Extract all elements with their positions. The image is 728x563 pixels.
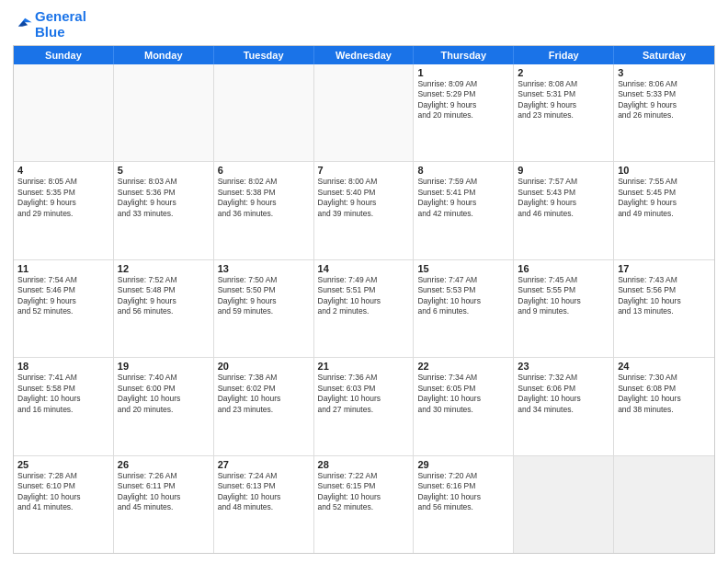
cell-line: Daylight: 9 hours — [518, 198, 609, 208]
header-day-sunday: Sunday — [14, 46, 114, 64]
calendar-cell-r3-c2: 20Sunrise: 7:38 AMSunset: 6:02 PMDayligh… — [214, 358, 314, 454]
cell-line: Sunrise: 7:40 AM — [118, 373, 210, 383]
cell-line: and 45 minutes. — [118, 502, 210, 512]
day-number: 2 — [518, 67, 609, 78]
cell-line: Daylight: 10 hours — [318, 296, 410, 306]
cell-line: and 34 minutes. — [518, 405, 609, 415]
cell-line: and 41 minutes. — [17, 502, 109, 512]
cell-line: and 23 minutes. — [518, 110, 609, 121]
cell-line: Sunrise: 7:57 AM — [518, 177, 609, 187]
cell-line: Daylight: 10 hours — [118, 492, 210, 502]
cell-line: Sunset: 6:16 PM — [417, 481, 509, 491]
cell-line: Daylight: 10 hours — [518, 394, 609, 404]
logo: General Blue — [13, 9, 86, 40]
cell-line: Daylight: 10 hours — [318, 492, 410, 502]
calendar-cell-r4-c0: 25Sunrise: 7:28 AMSunset: 6:10 PMDayligh… — [14, 456, 114, 553]
cell-line: Daylight: 9 hours — [118, 296, 210, 306]
header-day-friday: Friday — [514, 46, 614, 64]
cell-line: Sunrise: 8:09 AM — [417, 79, 509, 89]
cell-line: Sunrise: 7:45 AM — [518, 275, 609, 285]
cell-line: Sunset: 5:56 PM — [618, 285, 711, 295]
cell-line: and 48 minutes. — [218, 502, 310, 512]
cell-line: Sunset: 6:02 PM — [218, 384, 310, 394]
day-number: 23 — [518, 361, 609, 372]
day-number: 4 — [17, 165, 109, 176]
cell-line: Sunrise: 8:08 AM — [518, 79, 609, 89]
calendar-cell-r3-c3: 21Sunrise: 7:36 AMSunset: 6:03 PMDayligh… — [314, 358, 415, 454]
cell-line: Sunset: 6:15 PM — [318, 481, 410, 491]
cell-line: and 59 minutes. — [218, 306, 310, 316]
cell-line: and 27 minutes. — [318, 405, 410, 415]
day-number: 26 — [118, 459, 210, 470]
cell-line: and 36 minutes. — [218, 209, 310, 219]
cell-line: Sunset: 5:55 PM — [518, 285, 609, 295]
calendar-row-3: 18Sunrise: 7:41 AMSunset: 5:58 PMDayligh… — [14, 358, 714, 455]
cell-line: Sunrise: 7:30 AM — [618, 373, 711, 383]
cell-line: and 38 minutes. — [618, 405, 711, 415]
cell-line: Daylight: 10 hours — [218, 394, 310, 404]
cell-line: Daylight: 10 hours — [618, 296, 711, 306]
cell-line: Sunrise: 8:02 AM — [218, 177, 310, 187]
calendar-cell-r0-c0 — [14, 64, 114, 161]
calendar-cell-r2-c1: 12Sunrise: 7:52 AMSunset: 5:48 PMDayligh… — [114, 260, 214, 357]
cell-line: Daylight: 10 hours — [218, 492, 310, 502]
cell-line: Daylight: 10 hours — [417, 394, 509, 404]
cell-line: Daylight: 9 hours — [518, 100, 609, 110]
cell-line: Sunset: 5:53 PM — [417, 285, 509, 295]
calendar-header: SundayMondayTuesdayWednesdayThursdayFrid… — [14, 46, 714, 64]
cell-line: Sunset: 6:00 PM — [118, 384, 210, 394]
cell-line: Sunset: 5:45 PM — [618, 188, 711, 198]
cell-line: and 16 minutes. — [17, 405, 109, 415]
calendar-cell-r4-c3: 28Sunrise: 7:22 AMSunset: 6:15 PMDayligh… — [314, 456, 415, 553]
cell-line: Sunrise: 7:59 AM — [417, 177, 509, 187]
cell-line: Sunset: 5:43 PM — [518, 188, 609, 198]
day-number: 8 — [417, 165, 509, 176]
cell-line: Daylight: 10 hours — [417, 296, 509, 306]
header-day-thursday: Thursday — [414, 46, 514, 64]
calendar-cell-r0-c5: 2Sunrise: 8:08 AMSunset: 5:31 PMDaylight… — [514, 64, 614, 161]
day-number: 18 — [17, 361, 109, 372]
page: General Blue SundayMondayTuesdayWednesda… — [0, 0, 728, 563]
day-number: 17 — [618, 263, 711, 274]
cell-line: Sunrise: 7:55 AM — [618, 177, 711, 187]
calendar-cell-r4-c4: 29Sunrise: 7:20 AMSunset: 6:16 PMDayligh… — [414, 456, 514, 553]
cell-line: Sunrise: 7:32 AM — [518, 373, 609, 383]
day-number: 3 — [618, 67, 711, 78]
day-number: 1 — [417, 67, 509, 78]
cell-line: Sunset: 6:03 PM — [318, 384, 410, 394]
cell-line: Daylight: 10 hours — [518, 296, 609, 306]
cell-line: and 56 minutes. — [417, 502, 509, 512]
cell-line: Sunset: 5:38 PM — [218, 188, 310, 198]
calendar-cell-r3-c5: 23Sunrise: 7:32 AMSunset: 6:06 PMDayligh… — [514, 358, 614, 454]
cell-line: Sunset: 6:13 PM — [218, 481, 310, 491]
cell-line: Sunset: 6:08 PM — [618, 384, 711, 394]
cell-line: and 33 minutes. — [118, 209, 210, 219]
cell-line: Sunrise: 7:36 AM — [318, 373, 410, 383]
cell-line: Sunrise: 8:05 AM — [17, 177, 109, 187]
cell-line: and 26 minutes. — [618, 110, 711, 121]
cell-line: Sunrise: 7:52 AM — [118, 275, 210, 285]
cell-line: Sunset: 5:58 PM — [17, 384, 109, 394]
calendar-cell-r2-c2: 13Sunrise: 7:50 AMSunset: 5:50 PMDayligh… — [214, 260, 314, 357]
cell-line: Sunrise: 7:54 AM — [17, 275, 109, 285]
cell-line: Sunset: 5:51 PM — [318, 285, 410, 295]
calendar: SundayMondayTuesdayWednesdayThursdayFrid… — [13, 45, 715, 554]
cell-line: Sunrise: 8:06 AM — [618, 79, 711, 89]
day-number: 25 — [17, 459, 109, 470]
calendar-body: 1Sunrise: 8:09 AMSunset: 5:29 PMDaylight… — [14, 64, 714, 553]
calendar-cell-r3-c6: 24Sunrise: 7:30 AMSunset: 6:08 PMDayligh… — [614, 358, 714, 454]
cell-line: Sunset: 5:35 PM — [17, 188, 109, 198]
cell-line: Daylight: 9 hours — [417, 100, 509, 110]
logo-icon — [13, 13, 33, 33]
cell-line: Daylight: 10 hours — [118, 394, 210, 404]
cell-line: and 49 minutes. — [618, 209, 711, 219]
cell-line: Sunrise: 7:49 AM — [318, 275, 410, 285]
cell-line: Sunrise: 7:38 AM — [218, 373, 310, 383]
calendar-cell-r0-c4: 1Sunrise: 8:09 AMSunset: 5:29 PMDaylight… — [414, 64, 514, 161]
logo-text: General Blue — [35, 9, 86, 40]
cell-line: Daylight: 9 hours — [218, 198, 310, 208]
cell-line: and 52 minutes. — [17, 306, 109, 316]
cell-line: Daylight: 10 hours — [318, 394, 410, 404]
calendar-cell-r2-c0: 11Sunrise: 7:54 AMSunset: 5:46 PMDayligh… — [14, 260, 114, 357]
cell-line: Daylight: 9 hours — [618, 198, 711, 208]
